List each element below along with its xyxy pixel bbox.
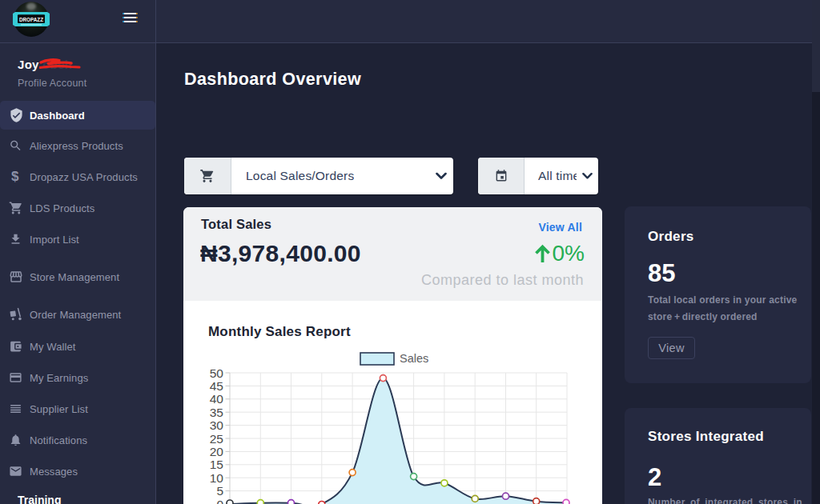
svg-text:15: 15: [210, 458, 223, 471]
svg-text:DROPAZZ: DROPAZZ: [19, 16, 43, 23]
svg-text:30: 30: [210, 418, 224, 432]
svg-text:20: 20: [210, 445, 224, 458]
svg-text:Sales: Sales: [400, 352, 428, 365]
svg-text:10: 10: [210, 471, 224, 485]
svg-text:40: 40: [210, 392, 224, 406]
svg-text:0: 0: [216, 498, 223, 504]
svg-text:45: 45: [210, 379, 223, 393]
svg-text:50: 50: [210, 366, 224, 380]
svg-text:35: 35: [210, 406, 223, 419]
svg-text:5: 5: [216, 484, 223, 498]
svg-text:25: 25: [210, 432, 223, 446]
